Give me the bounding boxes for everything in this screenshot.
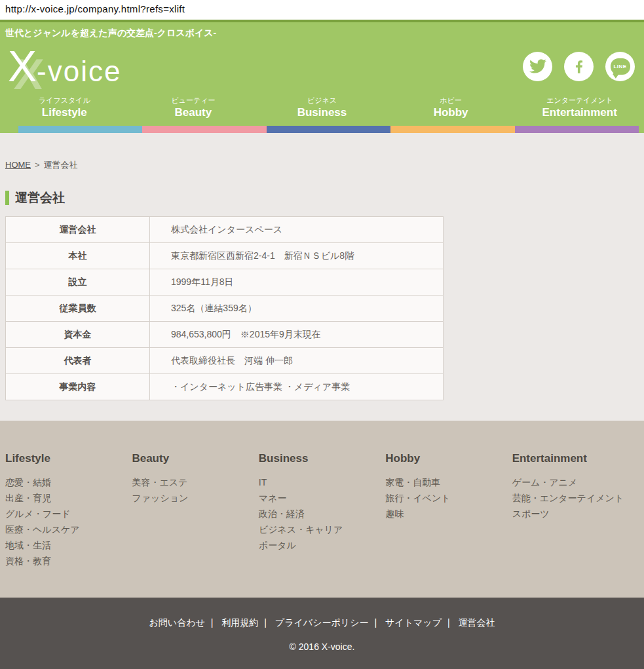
table-row-label: 本社 bbox=[6, 243, 150, 269]
footer-link[interactable]: マネー bbox=[259, 490, 385, 506]
table-row-label: 事業内容 bbox=[6, 374, 150, 400]
twitter-button[interactable] bbox=[523, 52, 552, 81]
copyright: © 2016 X-voice. bbox=[0, 641, 644, 652]
footer-link[interactable]: 地域・生活 bbox=[5, 537, 132, 553]
footer-column-heading: Hobby bbox=[385, 452, 512, 465]
page-title-text: 運営会社 bbox=[15, 189, 65, 206]
bottom-link-separator: | bbox=[264, 617, 267, 628]
table-row: 設立 1999年11月8日 bbox=[6, 269, 444, 296]
facebook-icon bbox=[571, 58, 588, 75]
breadcrumb: HOME>運営会社 bbox=[5, 159, 639, 171]
nav-item[interactable]: ビューティー Beauty bbox=[129, 96, 258, 126]
footer-column: Entertainment ゲーム・アニメ 芸能・エンターテイメント スポーツ bbox=[512, 452, 639, 598]
footer-column: Hobby 家電・自動車 旅行・イベント 趣味 bbox=[385, 452, 512, 598]
bottom-link-wrap: プライバシーポリシー| bbox=[275, 617, 383, 628]
breadcrumb-current: 運営会社 bbox=[44, 160, 78, 170]
bottom-bar: お問い合わせ| 利用規約| プライバシーポリシー| サイトマップ| 運営会社| … bbox=[0, 598, 644, 669]
logo-x: X bbox=[8, 42, 37, 90]
bottom-link[interactable]: プライバシーポリシー bbox=[275, 617, 369, 628]
footer-column: Business IT マネー 政治・経済 ビジネス・キャリア ポータル bbox=[259, 452, 385, 598]
footer-link[interactable]: ビジネス・キャリア bbox=[259, 522, 385, 537]
footer-link[interactable]: ゲーム・アニメ bbox=[512, 474, 639, 490]
page-title: 運営会社 bbox=[5, 189, 639, 206]
footer-link[interactable]: スポーツ bbox=[512, 506, 639, 522]
nav-item[interactable]: エンターテイメント Entertainment bbox=[515, 96, 644, 126]
footer-link[interactable]: 恋愛・結婚 bbox=[5, 474, 132, 490]
social-links: LINE bbox=[523, 52, 635, 81]
footer-link[interactable]: ポータル bbox=[259, 537, 385, 553]
bottom-link-separator: | bbox=[447, 617, 450, 628]
table-row-label: 資本金 bbox=[6, 322, 150, 348]
nav-item-label-jp: ホビー bbox=[387, 96, 516, 105]
site-logo[interactable]: X X-voice bbox=[5, 45, 121, 88]
facebook-button[interactable] bbox=[564, 52, 594, 81]
footer-column-heading: Entertainment bbox=[512, 452, 639, 465]
table-row-value: 東京都新宿区西新宿2-4-1 新宿ＮＳビル8階 bbox=[150, 243, 444, 269]
twitter-icon bbox=[529, 58, 546, 75]
table-row: 従業員数 325名（連結359名） bbox=[6, 296, 444, 322]
bottom-link[interactable]: 運営会社 bbox=[459, 617, 495, 628]
footer-link[interactable]: ファッション bbox=[132, 490, 258, 506]
nav-color-bar bbox=[390, 126, 514, 133]
nav-item-label-jp: エンターテイメント bbox=[515, 96, 644, 105]
table-row-label: 運営会社 bbox=[6, 217, 150, 243]
nav-item[interactable]: ビジネス Business bbox=[257, 96, 387, 126]
address-bar[interactable]: http://x-voice.jp/company.html?refs=xlif… bbox=[0, 0, 644, 20]
table-row-value: ・インターネット広告事業 ・メディア事業 bbox=[150, 374, 444, 400]
bottom-link[interactable]: お問い合わせ bbox=[149, 617, 204, 628]
line-button[interactable]: LINE bbox=[605, 52, 635, 81]
site-tagline: 世代とジャンルを超えた声の交差点-クロスボイス- bbox=[0, 22, 644, 39]
nav-color-bar bbox=[142, 126, 266, 133]
nav-item-label-en: Beauty bbox=[129, 106, 258, 119]
nav-item-label-jp: ビューティー bbox=[129, 96, 258, 105]
footer-column-links: 恋愛・結婚 出産・育児 グルメ・フード 医療・ヘルスケア 地域・生活 資格・教育 bbox=[5, 474, 132, 569]
footer-link[interactable]: 資格・教育 bbox=[5, 553, 132, 569]
bottom-link-wrap: お問い合わせ| bbox=[149, 617, 219, 628]
footer-link[interactable]: 政治・経済 bbox=[259, 506, 385, 522]
footer-column-heading: Business bbox=[259, 452, 385, 465]
bottom-link[interactable]: サイトマップ bbox=[385, 617, 442, 628]
footer-link[interactable]: 芸能・エンターテイメント bbox=[512, 490, 639, 506]
footer-link[interactable]: グルメ・フード bbox=[5, 506, 132, 522]
footer-column-links: 家電・自動車 旅行・イベント 趣味 bbox=[385, 474, 512, 522]
table-row-label: 従業員数 bbox=[6, 296, 150, 322]
footer-link[interactable]: IT bbox=[259, 474, 385, 490]
breadcrumb-home-link[interactable]: HOME bbox=[5, 160, 31, 170]
footer-link[interactable]: 医療・ヘルスケア bbox=[5, 522, 132, 537]
footer-link[interactable]: 出産・育児 bbox=[5, 490, 132, 506]
bottom-link-wrap: 利用規約| bbox=[221, 617, 273, 628]
nav-color-bars bbox=[0, 126, 644, 133]
nav-item-label-en: Lifestyle bbox=[0, 106, 129, 119]
footer-link[interactable]: 旅行・イベント bbox=[385, 490, 512, 506]
footer-link[interactable]: 家電・自動車 bbox=[385, 474, 512, 490]
url-text[interactable]: http://x-voice.jp/company.html?refs=xlif… bbox=[5, 3, 185, 14]
main-content: HOME>運営会社 運営会社 運営会社 株式会社インタースペース 本社 東京都新… bbox=[0, 133, 644, 421]
line-icon: LINE bbox=[611, 58, 630, 75]
company-info-table: 運営会社 株式会社インタースペース 本社 東京都新宿区西新宿2-4-1 新宿ＮＳ… bbox=[5, 216, 444, 400]
bottom-link-separator: | bbox=[211, 617, 214, 628]
table-row-value: 984,653,800円 ※2015年9月末現在 bbox=[150, 322, 444, 348]
nav-item[interactable]: ライフスタイル Lifestyle bbox=[0, 96, 129, 126]
footer-column-links: 美容・エステ ファッション bbox=[132, 474, 258, 506]
nav-item-label-en: Entertainment bbox=[515, 106, 644, 119]
footer-column-links: ゲーム・アニメ 芸能・エンターテイメント スポーツ bbox=[512, 474, 639, 522]
nav-item-label-en: Business bbox=[257, 106, 387, 119]
nav-color-bar bbox=[18, 126, 142, 133]
breadcrumb-separator: > bbox=[35, 160, 40, 170]
footer-column: Lifestyle 恋愛・結婚 出産・育児 グルメ・フード 医療・ヘルスケア 地… bbox=[5, 452, 132, 598]
title-accent-bar bbox=[5, 191, 9, 205]
footer-column: Beauty 美容・エステ ファッション bbox=[132, 452, 258, 598]
footer-link[interactable]: 趣味 bbox=[385, 506, 512, 522]
nav-item[interactable]: ホビー Hobby bbox=[387, 96, 516, 126]
bottom-link[interactable]: 利用規約 bbox=[221, 617, 258, 628]
table-row: 運営会社 株式会社インタースペース bbox=[6, 217, 444, 243]
table-row-value: 1999年11月8日 bbox=[150, 269, 444, 296]
bottom-link-wrap: 運営会社| bbox=[459, 617, 495, 628]
nav-color-bar bbox=[515, 126, 639, 133]
table-row-value: 代表取締役社長 河端 伸一郎 bbox=[150, 348, 444, 374]
table-row-value: 325名（連結359名） bbox=[150, 296, 444, 322]
footer-link[interactable]: 美容・エステ bbox=[132, 474, 258, 490]
table-row-label: 代表者 bbox=[6, 348, 150, 374]
nav-item-label-en: Hobby bbox=[387, 106, 516, 119]
table-row: 資本金 984,653,800円 ※2015年9月末現在 bbox=[6, 322, 444, 348]
